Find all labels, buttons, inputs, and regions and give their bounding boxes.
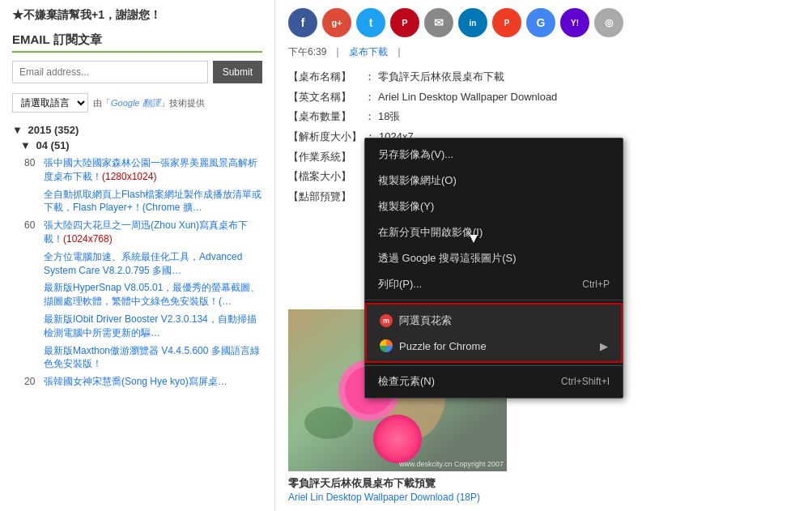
download-link[interactable]: 桌布下載 xyxy=(349,45,388,59)
email-section: EMAIL 訂閱文章 Submit xyxy=(12,32,262,83)
item-count xyxy=(24,281,40,309)
item-count: 80 xyxy=(24,156,40,184)
ctx-highlighted-group: m 阿選頁花索 Puzzle for Chrome ▶ xyxy=(365,303,623,363)
ctx-print-shortcut: Ctrl+P xyxy=(582,279,610,290)
pocket-icon[interactable]: P xyxy=(492,8,521,37)
archive-link[interactable]: 最新版IObit Driver Booster V2.3.0.134，自動掃描檢… xyxy=(44,313,262,340)
list-item: 20 張韓國女神宋慧喬(Song Hye kyo)寫屏桌… xyxy=(24,375,262,389)
archive-link[interactable]: 張韓國女神宋慧喬(Song Hye kyo)寫屏桌… xyxy=(44,375,227,389)
google-translate-text: 由「Google 翻譯」技術提供 xyxy=(93,97,205,109)
item-count: 20 xyxy=(24,375,40,389)
cursor xyxy=(470,235,479,249)
archive-items: 80 張中國大陸國家森林公園一張家界美麗風景高解析度桌布下載！(1280x102… xyxy=(24,156,262,389)
archive-link[interactable]: 最新版HyperSnap V8.05.01，最優秀的螢幕截圖、擷圖處理軟體，繁體… xyxy=(44,281,262,309)
social-icons-bar: f g+ t P ✉ in P G Y! ◎ xyxy=(288,8,799,37)
list-item: 最新版HyperSnap V8.05.01，最優秀的螢幕截圖、擷圖處理軟體，繁體… xyxy=(24,281,262,309)
twitter-icon[interactable]: t xyxy=(356,8,385,37)
ctx-open-new-tab[interactable]: 在新分頁中開啟影像(I) xyxy=(365,219,623,245)
email-form: Submit xyxy=(12,61,262,83)
ctx-separator-1 xyxy=(365,300,623,300)
preview-label: 【點部預覽】 xyxy=(288,187,361,207)
item-count xyxy=(24,313,40,340)
item-count xyxy=(24,344,40,372)
googleplus-icon[interactable]: g+ xyxy=(322,8,351,37)
archive-month: ▼ 04 (51) xyxy=(20,139,262,151)
preview-link[interactable]: Ariel Lin Desktop Wallpaper Download (18… xyxy=(288,492,480,503)
archive-link[interactable]: 張中國大陸國家森林公園一張家界美麗風景高解析度桌布下載！(1280x1024) xyxy=(44,156,262,184)
ctx-copy-image[interactable]: 複製影像(Y) xyxy=(365,194,623,219)
ctx-print-label: 列印(P)... xyxy=(378,277,422,292)
resolution-label: 【解析度大小】 xyxy=(288,127,362,147)
list-item: 全自動抓取網頁上Flash檔案網址製作成播放清單或下載，Flash Player… xyxy=(24,188,262,215)
linkedin-icon[interactable]: in xyxy=(458,8,487,37)
svg-point-5 xyxy=(304,407,353,439)
sidebar: ★不嫌棄請幫我+1，謝謝您！ EMAIL 訂閱文章 Submit 請選取語言 由… xyxy=(0,0,275,511)
ctx-inspect-shortcut: Ctrl+Shift+I xyxy=(561,376,610,387)
context-menu: 另存影像為(V)... 複製影像網址(O) 複製影像(Y) 在新分頁中開啟影像(… xyxy=(364,138,623,398)
meta-separator: ｜ xyxy=(333,45,342,59)
archive-link[interactable]: 全方位電腦加速、系統最佳化工具，Advanced System Care V8.… xyxy=(44,250,262,278)
archive-link[interactable]: 張大陸四大花旦之一周迅(Zhou Xun)寫真桌布下載！(1024x768) xyxy=(44,219,262,246)
ctx-inspect[interactable]: 檢查元素(N) Ctrl+Shift+I xyxy=(365,368,623,394)
post-meta: 下午6:39 ｜ 桌布下載 ｜ xyxy=(288,45,799,59)
meta-pipe: ｜ xyxy=(394,45,404,59)
facebook-icon[interactable]: f xyxy=(288,8,317,37)
email-input[interactable] xyxy=(12,61,208,83)
list-item: 最新版Maxthon傲游瀏覽器 V4.4.5.600 多國語言綠色免安裝版！ xyxy=(24,344,262,372)
language-select-row: 請選取語言 由「Google 翻譯」技術提供 xyxy=(12,93,262,113)
submit-button[interactable]: Submit xyxy=(213,61,262,83)
ctx-plugin-puzzle[interactable]: Puzzle for Chrome ▶ xyxy=(367,334,621,358)
list-item: 80 張中國大陸國家森林公園一張家界美麗風景高解析度桌布下載！(1280x102… xyxy=(24,156,262,184)
en-name-label: 【英文名稱】 xyxy=(288,87,361,108)
count-label: 【桌布數量】 xyxy=(288,107,361,127)
ctx-plugin-mno[interactable]: m 阿選頁花索 xyxy=(367,308,621,334)
ctx-copy-url-label: 複製影像網址(O) xyxy=(378,173,457,188)
count-value: 18張 xyxy=(378,107,400,127)
email-share-icon[interactable]: ✉ xyxy=(424,8,453,37)
archive-month-label: 04 (51) xyxy=(36,139,70,151)
ctx-print[interactable]: 列印(P)... Ctrl+P xyxy=(365,271,623,297)
archive-year: ▼ 2015 (352) xyxy=(12,124,262,136)
ctx-open-new-tab-label: 在新分頁中開啟影像(I) xyxy=(378,225,483,240)
item-count: 60 xyxy=(24,219,40,246)
ctx-plugin-puzzle-label: Puzzle for Chrome xyxy=(399,340,487,352)
yahoo-icon[interactable]: Y! xyxy=(560,8,589,37)
language-select[interactable]: 請選取語言 xyxy=(12,93,88,113)
ctx-save-image-label: 另存影像為(V)... xyxy=(378,147,453,162)
archive-link[interactable]: 全自動抓取網頁上Flash檔案網址製作成播放清單或下載，Flash Player… xyxy=(44,188,262,215)
sidebar-top-text: ★不嫌棄請幫我+1，謝謝您！ xyxy=(12,8,262,23)
submenu-arrow-icon: ▶ xyxy=(600,340,608,352)
main-content: f g+ t P ✉ in P G Y! ◎ 下午6:39 ｜ 桌布下載 ｜ 【… xyxy=(275,0,812,511)
info-row-count: 【桌布數量】 ： 18張 xyxy=(288,107,799,127)
info-row-name: 【桌布名稱】 ： 零負評天后林依晨桌布下載 xyxy=(288,67,799,87)
ctx-google-search[interactable]: 透過 Google 搜尋這張圖片(S) xyxy=(365,245,623,271)
list-item: 60 張大陸四大花旦之一周迅(Zhou Xun)寫真桌布下載！(1024x768… xyxy=(24,219,262,246)
archive-year-label: 2015 (352) xyxy=(28,124,79,136)
item-count xyxy=(24,250,40,278)
email-section-title: EMAIL 訂閱文章 xyxy=(12,32,262,53)
preview-watermark: www.deskcity.cn Copyright 2007 xyxy=(399,460,504,468)
os-label: 【作業系統】 xyxy=(288,147,361,168)
name-label: 【桌布名稱】 xyxy=(288,67,361,87)
list-item: 全方位電腦加速、系統最佳化工具，Advanced System Care V8.… xyxy=(24,250,262,278)
plugin-puzzle-icon xyxy=(380,339,393,352)
archive-section: ▼ 2015 (352) ▼ 04 (51) 80 張中國大陸國家森林公園一張家… xyxy=(12,124,262,389)
share-more-icon[interactable]: ◎ xyxy=(594,8,623,37)
google-save-icon[interactable]: G xyxy=(526,8,555,37)
ctx-copy-url[interactable]: 複製影像網址(O) xyxy=(365,168,623,194)
info-row-en-name: 【英文名稱】 ： Ariel Lin Desktop Wallpaper Dow… xyxy=(288,87,799,108)
pinterest-icon[interactable]: P xyxy=(390,8,419,37)
count-colon: ： xyxy=(364,107,375,127)
ctx-google-search-label: 透過 Google 搜尋這張圖片(S) xyxy=(378,251,516,266)
ctx-plugin-mno-label: 阿選頁花索 xyxy=(399,313,452,328)
archive-link[interactable]: 最新版Maxthon傲游瀏覽器 V4.4.5.600 多國語言綠色免安裝版！ xyxy=(44,344,262,372)
triangle-icon-month: ▼ xyxy=(20,139,31,151)
en-name-value: Ariel Lin Desktop Wallpaper Download xyxy=(378,87,557,108)
size-label: 【檔案大小】 xyxy=(288,167,361,187)
triangle-icon: ▼ xyxy=(12,124,23,136)
ctx-copy-image-label: 複製影像(Y) xyxy=(378,199,434,214)
ctx-save-image[interactable]: 另存影像為(V)... xyxy=(365,142,623,168)
preview-caption: 零負評天后林依晨桌布下載預覽 xyxy=(288,476,507,491)
ctx-separator-2 xyxy=(365,365,623,366)
en-name-colon: ： xyxy=(364,87,375,108)
